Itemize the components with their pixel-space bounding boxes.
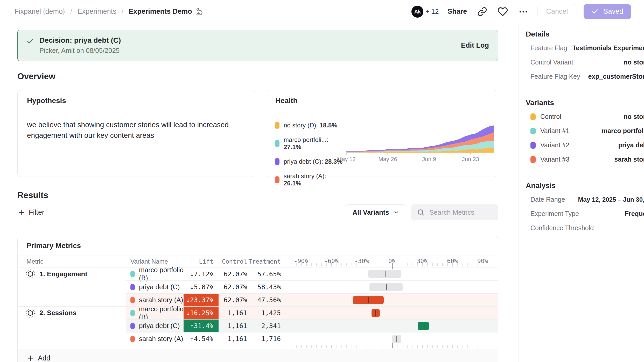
control-cell: 62.07%	[219, 267, 252, 280]
metric-row[interactable]: 2. Sessionsmarco portfolio (B)↓16.25%1,1…	[18, 306, 498, 319]
health-axis-label: Jun 9	[422, 156, 436, 162]
feature-flag-row: Feature Flag Testimonials Experiment	[523, 41, 644, 55]
chevron-down-icon	[393, 209, 400, 215]
control-cell: 1,161	[219, 332, 252, 345]
ci-axis-tick	[432, 345, 433, 348]
ci-axis-tick	[478, 263, 478, 266]
variant-row-label: Variant #1	[540, 127, 569, 135]
check-icon	[591, 8, 599, 15]
page-title-text: Experiments Demo	[129, 8, 192, 16]
health-stacked-area-chart: May 12May 26Jun 9Jun 23	[345, 123, 495, 162]
share-button[interactable]: Share	[446, 8, 468, 16]
analysis-heading: Analysis	[526, 182, 644, 190]
ci-axis-tick	[382, 263, 382, 266]
legend-label: priya debt (C): 28.3%	[284, 158, 342, 165]
details-heading: Details	[526, 30, 644, 38]
lift-cell: ↓16.25%	[184, 306, 219, 319]
ci-axis-tick	[372, 345, 372, 348]
bottom-axis-ticks	[286, 345, 498, 349]
variant-color-dot	[130, 271, 135, 277]
avatar-stack[interactable]: Ak + 12	[411, 6, 439, 18]
ci-axis-tick	[392, 343, 393, 348]
metrics-table-body: 1. Engagementmarco portfolio (B)↓7.12%62…	[18, 267, 498, 345]
ci-axis-tick	[291, 345, 291, 348]
breadcrumb-experiments-link[interactable]: Experiments	[78, 8, 116, 16]
feature-flag-label: Feature Flag	[530, 44, 567, 52]
ci-axis-tick	[352, 345, 352, 348]
variants-heading: Variants	[526, 99, 644, 107]
metric-cell	[18, 280, 126, 293]
add-filter-button[interactable]: Filter	[17, 208, 44, 216]
experiment-type-row: Experiment Type Frequentist	[523, 207, 644, 221]
metric-row[interactable]: sarah story (A)↑4.54%1,1611,716	[18, 332, 498, 345]
search-icon	[417, 208, 425, 216]
metric-row[interactable]: priya debt (C)↑31.4%1,1612,341	[18, 319, 498, 332]
variants-dropdown[interactable]: All Variants	[346, 204, 406, 220]
variant-row-label-group: Variant #1	[530, 127, 569, 135]
ci-axis-tick	[301, 345, 302, 348]
edit-log-link[interactable]: Edit Log	[461, 41, 489, 49]
ci-axis-ruler	[286, 263, 498, 267]
copy-link-button[interactable]	[476, 5, 489, 18]
treatment-cell: 47.56%	[252, 293, 286, 306]
search-metrics-input[interactable]	[429, 208, 492, 217]
ci-axis-tick	[457, 263, 458, 266]
metric-row[interactable]: priya debt (C)↓5.87%62.07%58.43%	[18, 280, 498, 293]
control-variant-value: no story (D)	[624, 59, 644, 66]
ci-axis-tick	[483, 263, 483, 266]
avatar[interactable]: Ak	[411, 6, 423, 18]
avatar-overflow-count[interactable]: + 12	[425, 8, 439, 16]
health-legend: no story (D): 18.5%marco portfoli...: 27…	[275, 122, 345, 187]
link-icon	[477, 7, 487, 17]
lift-point-marker	[385, 271, 386, 277]
ci-axis-tick	[452, 345, 453, 348]
breadcrumb-project-link[interactable]: Fixpanel {demo}	[15, 8, 65, 16]
more-options-button[interactable]	[517, 5, 530, 18]
ci-axis-tick	[306, 263, 307, 266]
results-divider	[17, 226, 498, 226]
search-metrics-box[interactable]	[411, 204, 498, 220]
variant-row-3: Variant #3sarah story (A)	[523, 152, 644, 166]
variant-color-dot	[130, 310, 135, 316]
ci-axis-tick	[367, 345, 367, 348]
lift-point-marker	[424, 323, 424, 329]
variant-cell: marco portfolio (B)	[126, 306, 184, 319]
saved-button[interactable]: Saved	[584, 4, 631, 19]
ci-axis-tick	[402, 263, 402, 266]
decision-subtitle: Picker, Amit on 08/05/2025	[39, 47, 121, 55]
ci-axis-tick	[331, 345, 332, 348]
ci-axis-tick	[346, 345, 347, 348]
lift-point-marker	[375, 310, 376, 316]
hypothesis-body: we believe that showing customer stories…	[18, 111, 255, 141]
ci-axis-tick	[341, 263, 342, 266]
variant-cell: sarah story (A)	[126, 293, 184, 306]
metric-row[interactable]: 1. Engagementmarco portfolio (B)↓7.12%62…	[18, 267, 498, 280]
control-cell: 1,161	[219, 306, 252, 319]
favorite-button[interactable]	[496, 5, 509, 18]
date-range-row: Date Range May 12, 2025 – Jun 30, 2025	[523, 192, 644, 207]
ci-axis-tick	[367, 263, 367, 266]
lift-cell: ↑4.54%	[184, 332, 219, 345]
overview-heading: Overview	[17, 71, 498, 81]
control-variant-label: Control Variant	[530, 59, 573, 66]
ci-axis-tick	[452, 263, 453, 266]
ci-axis-tick	[296, 263, 297, 266]
ci-axis-tick	[311, 263, 312, 266]
ci-axis-tick	[427, 263, 428, 266]
ci-axis-tick	[372, 263, 372, 266]
cancel-button[interactable]: Cancel	[537, 4, 576, 19]
ci-axis-tick	[311, 345, 312, 348]
decision-banner: Decision: priya debt (C) Picker, Amit on…	[17, 30, 498, 61]
ci-axis-tick	[301, 263, 302, 266]
feature-flag-value[interactable]: Testimonials Experiment	[572, 44, 644, 52]
treatment-cell: 2,341	[252, 319, 286, 332]
legend-swatch	[275, 176, 279, 183]
ci-axis-tick	[463, 345, 463, 348]
variant-color-swatch	[530, 142, 536, 149]
ci-axis-tick	[362, 263, 362, 266]
bottom-axis-spacer	[126, 345, 184, 349]
add-metric-button[interactable]: Add	[18, 349, 498, 362]
metric-row[interactable]: sarah story (A)↓23.37%62.07%47.56%	[18, 293, 498, 306]
column-header-control: Control	[219, 256, 252, 267]
health-card: Health no story (D): 18.5%marco portfoli…	[266, 90, 498, 177]
